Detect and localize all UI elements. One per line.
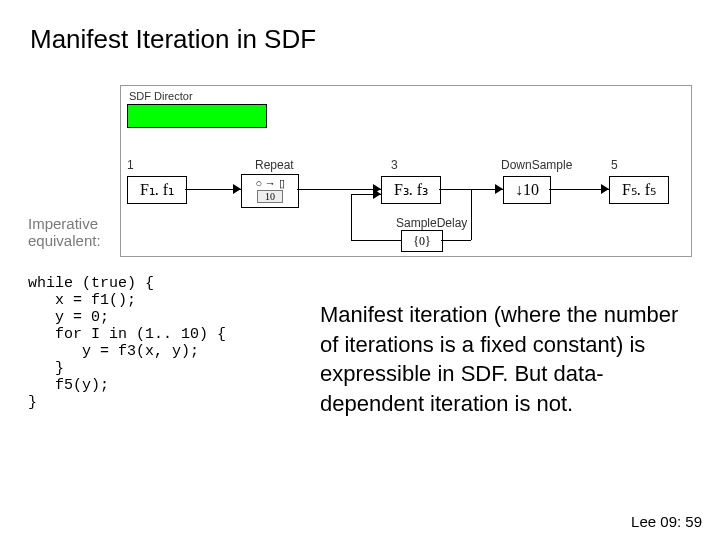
imperative-label: Imperative equivalent: bbox=[28, 215, 101, 249]
repeat-badge: 10 bbox=[257, 190, 283, 203]
block-downsample: ↓10 bbox=[503, 176, 551, 204]
label-3: 3 bbox=[391, 158, 398, 172]
repeat-icon: ○ → ▯ bbox=[242, 177, 298, 190]
arrow-icon bbox=[601, 184, 609, 194]
block-f3: F₃. f₃ bbox=[381, 176, 441, 204]
block-sampledelay: {0} bbox=[401, 230, 443, 252]
block-repeat: ○ → ▯ 10 bbox=[241, 174, 299, 208]
block-f1: F₁. f₁ bbox=[127, 176, 187, 204]
wire bbox=[441, 240, 471, 241]
wire bbox=[351, 194, 352, 240]
block-f5: F₅. f₅ bbox=[609, 176, 669, 204]
body-text: Manifest iteration (where the number of … bbox=[320, 300, 690, 419]
label-sampledelay: SampleDelay bbox=[396, 216, 467, 230]
label-repeat: Repeat bbox=[255, 158, 294, 172]
arrow-icon bbox=[495, 184, 503, 194]
director-label: SDF Director bbox=[127, 90, 267, 102]
wire bbox=[471, 189, 472, 240]
page-title: Manifest Iteration in SDF bbox=[0, 0, 720, 55]
code-block: while (true) { x = f1(); y = 0; for I in… bbox=[28, 275, 226, 411]
wire bbox=[549, 189, 609, 190]
label-downsample: DownSample bbox=[501, 158, 572, 172]
arrow-icon bbox=[233, 184, 241, 194]
wire bbox=[351, 240, 401, 241]
label-5: 5 bbox=[611, 158, 618, 172]
arrow-icon bbox=[373, 189, 381, 199]
director-block: SDF Director bbox=[127, 90, 267, 128]
wire bbox=[297, 189, 381, 190]
sdf-diagram: SDF Director 1 Repeat 3 DownSample 5 Sam… bbox=[120, 85, 692, 257]
label-1: 1 bbox=[127, 158, 134, 172]
director-box bbox=[127, 104, 267, 128]
slide-footer: Lee 09: 59 bbox=[631, 513, 702, 530]
